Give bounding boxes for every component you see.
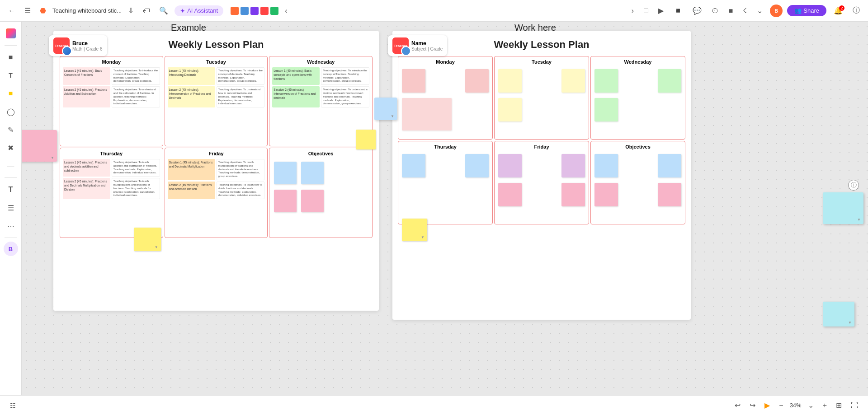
work-wednesday-sticky-1[interactable]	[594, 69, 618, 93]
thursday-lesson2: Lesson 2 (45 minutes): Fractions and Dec…	[63, 178, 160, 199]
tuesday-lesson2-title: Lesson 2 (45 minutes): Interconversion o…	[168, 86, 215, 107]
sidebar-icon-line[interactable]: —	[3, 158, 19, 174]
redo-button[interactable]: ↪	[747, 399, 758, 411]
color-dot-4[interactable]	[260, 7, 269, 15]
search-button[interactable]: 🔍	[156, 5, 171, 17]
color-dot-3[interactable]	[250, 7, 259, 15]
top-row-grid: Monday Lesson 1 (45 minutes): Basic Conc…	[60, 56, 373, 146]
work-friday-sticky-pink-1[interactable]	[498, 183, 522, 206]
work-monday-sticky-large[interactable]	[402, 98, 452, 131]
tuesday-lesson1-obj: Teaching objectives: To introduce the co…	[217, 67, 265, 85]
zoom-out-button[interactable]: −	[776, 400, 786, 411]
sidebar-divider-1	[5, 45, 17, 46]
obj-sticky-blue-2[interactable]	[301, 162, 324, 184]
work-monday-sticky-1[interactable]	[402, 69, 425, 93]
work-obj-sticky-pink-1[interactable]	[594, 183, 618, 206]
green-sticky-bottom-right[interactable]: ▼	[823, 302, 854, 326]
sidebar-icon-text[interactable]: T	[3, 67, 19, 84]
menu-button[interactable]: ☰	[22, 5, 33, 17]
work-friday-sticky-pink-2[interactable]	[561, 183, 585, 206]
thursday-sticky-yellow[interactable]: ▼	[134, 228, 161, 251]
comment-button[interactable]: 💬	[690, 5, 704, 17]
tag-button[interactable]: 🏷	[140, 5, 153, 17]
info-icon[interactable]: ⓘ	[848, 180, 859, 191]
fullscreen-button[interactable]: ⛶	[848, 400, 861, 411]
work-thursday-sticky-yellow[interactable]: ▼	[402, 219, 427, 241]
sidebar-icon-select[interactable]: ■	[3, 49, 19, 65]
play-button[interactable]: ▶	[656, 5, 666, 17]
work-wednesday-cell: Wednesday	[590, 56, 685, 140]
work-friday-sticky-purple-1[interactable]	[498, 154, 522, 177]
back-button[interactable]: ←	[5, 5, 18, 17]
sidebar-icon-colors[interactable]	[3, 25, 19, 42]
minimap-button[interactable]: ☷	[7, 400, 19, 411]
color-dot-2[interactable]	[241, 7, 249, 15]
work-objectives-cell: Objectives	[590, 141, 685, 224]
work-thursday-sticky-blue-1[interactable]	[402, 154, 425, 177]
obj-sticky-blue-1[interactable]	[274, 162, 297, 184]
friday-lesson1-title: Session 1 (45 minutes): Fractions and De…	[168, 159, 215, 180]
work-monday-cell: Monday	[398, 56, 493, 140]
work-wednesday-sticky-2[interactable]	[658, 69, 681, 93]
work-friday-cell: Friday	[494, 141, 589, 224]
work-tuesday-sticky-1[interactable]	[498, 69, 522, 93]
frame-button[interactable]: ☇	[740, 5, 750, 17]
user-avatar[interactable]: B	[770, 5, 783, 17]
sidebar-icon-sticky[interactable]: ■	[3, 85, 19, 102]
tool-colors	[231, 7, 278, 15]
work-obj-sticky-blue-1[interactable]	[594, 154, 618, 177]
undo-button[interactable]: ↩	[732, 399, 743, 411]
pointer-button[interactable]: ▶	[762, 399, 773, 411]
work-obj-sticky-pink-2[interactable]	[658, 183, 681, 206]
download-button[interactable]: ⇩	[125, 5, 137, 17]
wednesday-lesson2: Session 2 (45 minutes): Interconversion …	[272, 86, 369, 107]
present-button[interactable]: ◾	[671, 5, 685, 17]
obj-sticky-pink-2[interactable]	[301, 190, 324, 212]
layout-button[interactable]: ■	[726, 5, 736, 17]
obj-sticky-pink-1[interactable]	[274, 190, 297, 212]
wednesday-sticky-yellow[interactable]	[356, 130, 376, 149]
sidebar-icon-smart[interactable]: ✖	[3, 140, 19, 156]
objectives-cell: Objectives	[269, 148, 373, 238]
work-top-row: Monday Tuesday Wednesday	[398, 56, 685, 140]
color-dot-1[interactable]	[231, 7, 239, 15]
sidebar-icon-brand[interactable]: B	[4, 242, 18, 256]
pink-sticky-left[interactable]: ▼	[22, 130, 57, 162]
sidebar-icon-text2[interactable]: T	[3, 182, 19, 198]
document-title: Teaching whiteboard stic...	[52, 7, 122, 14]
sidebar-icon-shapes[interactable]: ◯	[3, 103, 19, 120]
sidebar-icon-list[interactable]: ☰	[3, 200, 19, 216]
template-button[interactable]: □	[641, 5, 651, 17]
work-friday-sticky-purple-2[interactable]	[561, 154, 585, 177]
floating-blue-sticky[interactable]: ▼	[374, 98, 397, 120]
work-wednesday-sticky-3[interactable]	[594, 98, 618, 121]
help-button[interactable]: ⓘ	[850, 4, 863, 17]
monday-lesson2: Lesson 2 (45 minutes): Fractions Additio…	[63, 86, 160, 107]
nav-right-button[interactable]: ›	[629, 5, 637, 17]
notification-button[interactable]: 🔔2	[831, 5, 845, 17]
ai-assistant-button[interactable]: ✦ AI Assistant	[175, 5, 223, 16]
zoom-level: 34%	[790, 402, 802, 409]
collapse-button[interactable]: ‹	[282, 5, 290, 17]
work-obj-sticky-blue-2[interactable]	[658, 154, 681, 177]
work-tuesday-sticky-2[interactable]	[561, 69, 585, 93]
sidebar-icon-pen[interactable]: ✎	[3, 121, 19, 138]
share-button[interactable]: 👥 Share	[787, 5, 826, 16]
work-tuesday-sticky-3[interactable]	[498, 98, 522, 121]
work-monday-sticky-2[interactable]	[465, 69, 489, 93]
zoom-in-button[interactable]: +	[820, 400, 830, 411]
work-teacher-role-icon: Teacher	[392, 37, 409, 54]
thursday-cell: Thursday Lesson 1 (45 minutes): Fraction…	[60, 148, 163, 238]
share-label: Share	[803, 7, 819, 14]
teal-sticky-right[interactable]: ▼	[823, 192, 863, 224]
more-button[interactable]: ⌄	[754, 5, 765, 17]
work-thursday-sticky-blue-2[interactable]	[465, 154, 489, 177]
share-icon: 👥	[794, 7, 802, 14]
wednesday-content: Lesson 1 (45 minutes): Basic concepts an…	[272, 67, 369, 85]
fit-button[interactable]: ⊞	[833, 399, 844, 411]
sidebar-icon-dots[interactable]: ⋯	[3, 218, 19, 234]
work-friday-label: Friday	[497, 144, 586, 149]
color-dot-5[interactable]	[270, 7, 278, 15]
zoom-dropdown-button[interactable]: ⌄	[805, 399, 816, 411]
timer-button[interactable]: ⏲	[709, 5, 722, 17]
